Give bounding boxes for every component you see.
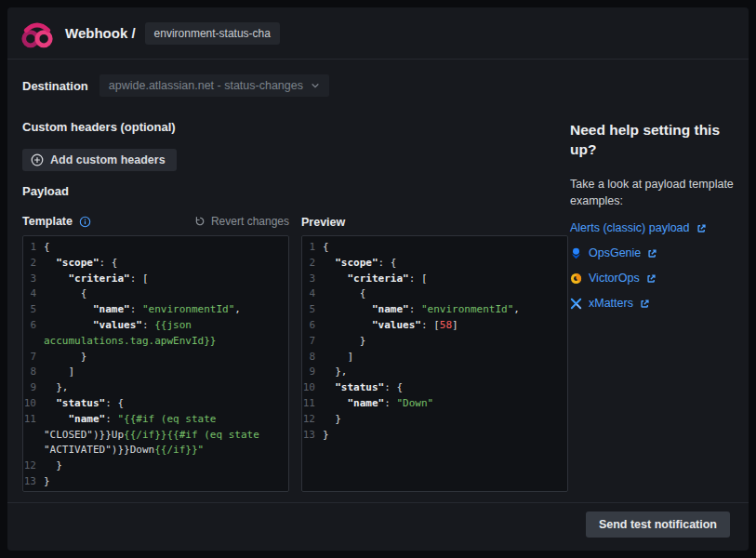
body: Destination apwide.atlassian.net - statu… xyxy=(7,60,749,502)
line-number: 2 xyxy=(23,256,44,272)
code-line: 8 ] xyxy=(302,350,567,365)
code-text[interactable]: { xyxy=(44,240,288,256)
template-editor[interactable]: 1{2 "scope": {3 "criteria": [4 {5 "name"… xyxy=(22,235,289,492)
code-text[interactable]: } xyxy=(44,350,288,365)
code-line: 13} xyxy=(23,474,288,490)
code-line: 1{ xyxy=(302,240,567,256)
main-column: Destination apwide.atlassian.net - statu… xyxy=(22,60,568,502)
info-icon[interactable] xyxy=(79,216,91,228)
help-link-label: OpsGenie xyxy=(589,246,641,259)
line-number: 8 xyxy=(23,365,44,380)
code-text: "name": "environmentId", xyxy=(323,302,567,318)
line-number: 3 xyxy=(23,272,44,287)
code-line: 4 { xyxy=(23,286,288,302)
code-line: 6 "values": {{json accumulations.tag.apw… xyxy=(23,318,288,350)
destination-value: apwide.atlassian.net - status-changes xyxy=(109,79,303,92)
code-line: 10 "status": { xyxy=(302,380,567,396)
code-text[interactable]: "scope": { xyxy=(44,256,288,272)
help-link-label: Alerts (classic) payload xyxy=(570,221,690,234)
line-number: 5 xyxy=(302,302,323,318)
help-link-opsgenie[interactable]: OpsGenie xyxy=(570,246,737,259)
code-text[interactable]: }, xyxy=(44,380,288,396)
code-text[interactable]: "name": "environmentId", xyxy=(44,302,288,318)
line-number: 4 xyxy=(23,286,44,302)
code-text: { xyxy=(323,286,567,302)
revert-icon xyxy=(194,216,206,227)
code-text: }, xyxy=(323,365,567,380)
revert-changes-label: Revert changes xyxy=(211,215,289,228)
help-link-alerts-payload[interactable]: Alerts (classic) payload xyxy=(570,221,737,234)
code-text[interactable]: "values": {{json accumulations.tag.apwEn… xyxy=(44,318,288,350)
line-number: 1 xyxy=(23,240,44,256)
external-link-icon xyxy=(640,299,650,309)
add-custom-headers-button[interactable]: Add custom headers xyxy=(22,149,177,171)
revert-changes-button[interactable]: Revert changes xyxy=(194,215,289,228)
editors-row: 1{2 "scope": {3 "criteria": [4 {5 "name"… xyxy=(22,235,568,492)
code-line: 11 "name": "Down" xyxy=(302,396,567,412)
chevron-down-icon xyxy=(311,81,320,90)
page-title: Webhook / xyxy=(65,25,136,41)
code-line: 5 "name": "environmentId", xyxy=(302,302,567,318)
line-number: 13 xyxy=(23,474,44,490)
external-link-icon xyxy=(696,223,707,233)
line-number: 12 xyxy=(23,458,44,474)
code-text: { xyxy=(323,240,567,256)
webhook-logo-icon xyxy=(20,16,55,51)
code-text[interactable]: "name": "{{#if (eq state "CLOSED")}}Up{{… xyxy=(44,412,288,458)
destination-row: Destination apwide.atlassian.net - statu… xyxy=(22,74,568,97)
opsgenie-icon xyxy=(570,247,582,259)
code-text: } xyxy=(323,412,567,428)
webhook-name-badge[interactable]: environment-status-cha xyxy=(145,22,280,45)
code-line: 4 { xyxy=(302,286,567,302)
code-line: 9 }, xyxy=(23,380,288,396)
help-link-label: VictorOps xyxy=(589,272,640,285)
line-number: 8 xyxy=(302,350,323,365)
code-text[interactable]: } xyxy=(44,474,288,490)
code-line: 11 "name": "{{#if (eq state "CLOSED")}}U… xyxy=(23,412,288,458)
line-number: 6 xyxy=(302,318,323,334)
code-line: 5 "name": "environmentId", xyxy=(23,302,288,318)
code-line: 3 "criteria": [ xyxy=(23,272,288,287)
code-text: } xyxy=(323,428,567,444)
help-title: Need help setting this up? xyxy=(570,121,733,160)
line-number: 11 xyxy=(23,412,44,458)
code-text: "scope": { xyxy=(323,256,567,272)
line-number: 3 xyxy=(302,272,323,287)
help-link-victorops[interactable]: VictorOps xyxy=(570,272,737,285)
help-sidebar: Need help setting this up? Take a look a… xyxy=(568,60,741,502)
code-line: 9 }, xyxy=(302,365,567,380)
send-test-notification-button[interactable]: Send test notification xyxy=(586,512,730,538)
code-text[interactable]: "status": { xyxy=(44,396,288,412)
code-text[interactable]: { xyxy=(44,286,288,302)
template-label: Template xyxy=(22,215,73,228)
plus-circle-icon xyxy=(31,153,44,166)
code-text[interactable]: "criteria": [ xyxy=(44,272,288,287)
code-line: 2 "scope": { xyxy=(23,256,288,272)
code-line: 2 "scope": { xyxy=(302,256,567,272)
line-number: 12 xyxy=(302,412,323,428)
code-line: 7 } xyxy=(23,350,288,365)
header: Webhook / environment-status-cha xyxy=(7,7,749,59)
external-link-icon xyxy=(646,273,657,284)
add-custom-headers-label: Add custom headers xyxy=(50,153,166,166)
custom-headers-label: Custom headers (optional) xyxy=(22,120,568,134)
destination-select[interactable]: apwide.atlassian.net - status-changes xyxy=(99,74,329,97)
line-number: 11 xyxy=(302,396,323,412)
code-line: 13} xyxy=(302,428,567,444)
code-line: 1{ xyxy=(23,240,288,256)
line-number: 9 xyxy=(302,365,323,380)
help-intro: Take a look at payload template examples… xyxy=(570,176,737,209)
preview-editor: 1{2 "scope": {3 "criteria": [4 {5 "name"… xyxy=(301,235,568,492)
code-text[interactable]: } xyxy=(44,458,288,474)
code-text: "criteria": [ xyxy=(323,272,567,287)
code-line: 12 } xyxy=(23,458,288,474)
line-number: 5 xyxy=(23,302,44,318)
line-number: 7 xyxy=(23,350,44,365)
code-line: 3 "criteria": [ xyxy=(302,272,567,287)
webhook-editor-panel: Webhook / environment-status-cha Destina… xyxy=(7,7,749,551)
code-text: ] xyxy=(323,350,567,365)
code-text[interactable]: ] xyxy=(44,365,288,380)
help-link-xmatters[interactable]: xMatters xyxy=(570,297,737,310)
footer: Send test notification xyxy=(7,503,749,551)
code-line: 10 "status": { xyxy=(23,396,288,412)
